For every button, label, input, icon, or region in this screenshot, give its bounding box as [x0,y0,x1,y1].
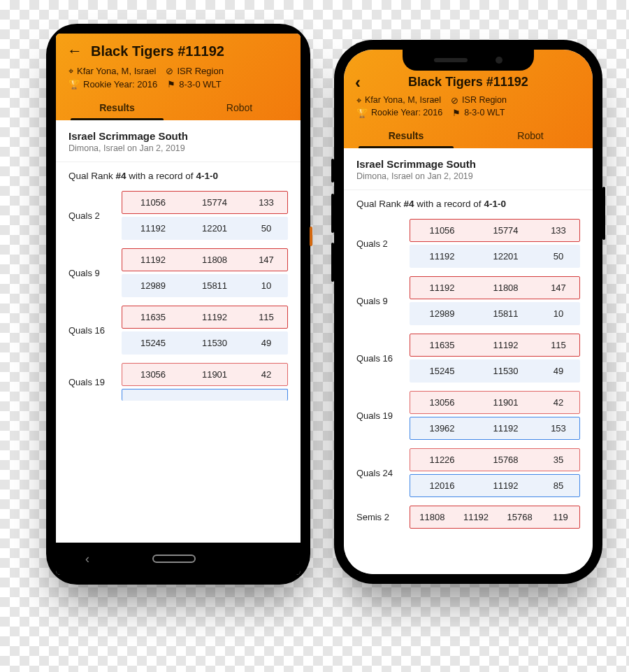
match-label: Quals 9 [356,296,403,306]
rookie-text: Rookie Year: 2016 [83,79,157,90]
red-alliance-row: 11635 11192 115 [122,306,288,329]
red-alliance-row: 11808 11192 15768 119 [410,506,580,529]
trophy-icon: 🏆 [356,108,368,117]
red-alliance-row: 130561190142 [410,391,580,414]
record-text: 8-3-0 WLT [464,108,505,117]
red-alliance-row: 1119211808147 [410,276,580,299]
region-text: ISR Region [462,95,507,105]
blue-alliance-row: 152451153049 [410,359,580,383]
android-home-icon[interactable] [152,555,196,563]
match-label: Semis 2 [356,512,403,522]
match-label: Quals 16 [68,325,115,336]
tab-robot[interactable]: Robot [468,123,593,148]
record-text: 8-3-0 WLT [179,79,221,90]
blue-alliance-row: 11192 12201 50 [122,217,288,240]
match-label: Quals 19 [356,410,403,421]
blue-alliance-row: 1396211192153 [410,417,580,440]
rank-line: Qual Rank #4 with a record of 4-1-0 [68,171,288,181]
match-quals-2[interactable]: Quals 2 11056 15774 133 11192 12201 50 [68,191,288,240]
match-label: Quals 9 [68,268,115,278]
match-semis-2[interactable]: Semis 2 11808 11192 15768 119 [356,506,580,529]
match-label: Quals 2 [68,210,115,221]
blue-alliance-row [122,389,288,401]
rookie-text: Rookie Year: 2016 [371,108,442,117]
match-quals-19[interactable]: Quals 19 130561190142 1396211192153 [356,391,580,440]
red-alliance-row: 112261576835 [410,448,580,471]
blue-alliance-row: 12989 15811 10 [122,274,288,297]
volume-down [331,243,334,282]
flag-icon: ⚑ [452,108,461,117]
app-header: ← Black Tigers #11192 ⌖Kfar Yona, M, Isr… [56,34,301,120]
android-screen: ← Black Tigers #11192 ⌖Kfar Yona, M, Isr… [56,34,301,575]
section-divider [56,162,301,162]
match-quals-9[interactable]: Quals 9 1119211808147 129891581110 [356,276,580,325]
pin-icon: ⌖ [68,66,73,76]
match-label: Quals 16 [356,353,403,364]
flag-icon: ⚑ [167,80,175,89]
volume-up [331,194,334,233]
tab-results[interactable]: Results [344,123,468,148]
match-quals-24[interactable]: Quals 24 112261576835 120161119285 [356,448,580,497]
android-device-frame: ← Black Tigers #11192 ⌖Kfar Yona, M, Isr… [46,24,310,585]
match-quals-16[interactable]: Quals 16 11635 11192 115 15245 11530 49 [68,306,288,355]
tab-bar: Results Robot [56,95,301,120]
blue-alliance-row: 120161119285 [410,474,580,497]
iphone-notch [403,50,534,71]
speaker-slot [434,58,468,62]
page-title: Black Tigers #11192 [408,75,528,90]
side-button [602,187,605,240]
front-camera [496,57,503,64]
blue-alliance-row: 129891581110 [410,302,580,325]
location-text: Kfar Yona, M, Israel [77,66,156,76]
team-meta: ⌖Kfar Yona, M, Israel ⊘ISR Region 🏆Rooki… [68,66,289,90]
results-body: Israel Scrimmage South Dimona, Israel on… [56,120,301,543]
match-label: Quals 2 [356,238,403,249]
blue-alliance-row: 111921220150 [410,245,580,268]
results-body: Israel Scrimmage South Dimona, Israel on… [344,148,593,574]
match-label: Quals 19 [68,377,115,387]
red-alliance-row: 1105615774133 [410,219,580,242]
red-alliance-row: 1163511192115 [410,334,580,357]
tab-robot[interactable]: Robot [178,95,301,120]
blue-alliance-row: 15245 11530 49 [122,331,288,355]
red-alliance-row: 13056 11901 42 [122,363,288,386]
team-meta: ⌖Kfar Yona, M, Israel ⊘ISR Region 🏆Rooki… [356,95,581,117]
iphone-screen: ‹ Black Tigers #11192 ⌖Kfar Yona, M, Isr… [344,50,593,574]
match-quals-16[interactable]: Quals 16 1163511192115 152451153049 [356,334,580,383]
match-quals-19[interactable]: Quals 19 13056 11901 42 [68,363,288,401]
iphone-device-frame: ‹ Black Tigers #11192 ⌖Kfar Yona, M, Isr… [334,40,602,584]
red-alliance-row: 11192 11808 147 [122,248,288,271]
event-title: Israel Scrimmage South [356,158,580,170]
event-title: Israel Scrimmage South [68,130,288,142]
page-title: Black Tigers #11192 [91,43,224,59]
match-label: Quals 24 [356,468,403,478]
match-quals-9[interactable]: Quals 9 11192 11808 147 12989 15811 10 [68,248,288,297]
mute-switch [331,159,334,183]
back-chevron-icon[interactable]: ‹ [355,73,361,92]
red-alliance-row: 11056 15774 133 [122,191,288,214]
event-subtitle: Dimona, Israel on Jan 2, 2019 [356,171,580,181]
android-nav-bar: ‹ [56,543,301,575]
power-button [310,227,312,246]
event-subtitle: Dimona, Israel on Jan 2, 2019 [68,143,288,153]
globe-icon: ⊘ [451,96,458,105]
trophy-icon: 🏆 [68,80,80,89]
location-text: Kfar Yona, M, Israel [365,95,441,105]
pin-icon: ⌖ [356,96,361,105]
tab-bar: Results Robot [344,123,593,148]
region-text: ISR Region [177,66,223,76]
android-back-icon[interactable]: ‹ [85,552,89,566]
back-arrow-icon[interactable]: ← [67,42,82,60]
section-divider [344,190,593,190]
match-quals-2[interactable]: Quals 2 1105615774133 111921220150 [356,219,580,268]
rank-line: Qual Rank #4 with a record of 4-1-0 [356,199,580,209]
globe-icon: ⊘ [166,66,173,76]
tab-results[interactable]: Results [56,95,178,120]
